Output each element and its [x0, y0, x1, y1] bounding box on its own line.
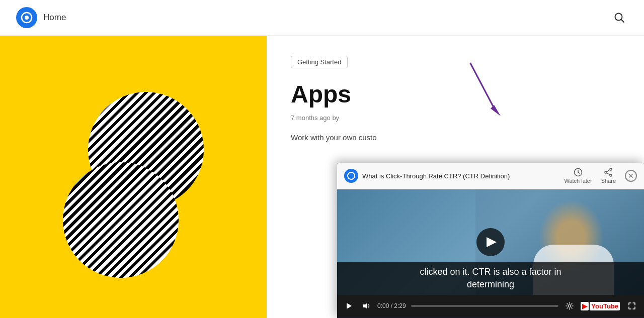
- watch-later-label: Watch later: [564, 178, 592, 184]
- video-header: What is Click-Through Rate CTR? (CTR Def…: [337, 163, 644, 189]
- svg-point-1: [25, 16, 29, 20]
- search-button[interactable]: [611, 9, 628, 26]
- video-controls: 0:00 / 2:29 ▶YouTube: [337, 295, 644, 317]
- share-button[interactable]: Share: [601, 168, 616, 184]
- svg-marker-5: [491, 105, 501, 116]
- fullscreen-button[interactable]: [626, 300, 638, 312]
- youtube-logo: ▶YouTube: [581, 302, 621, 310]
- play-icon: [487, 237, 497, 247]
- mute-button[interactable]: [360, 300, 372, 312]
- svg-line-4: [470, 63, 496, 111]
- play-pause-icon: [345, 302, 353, 310]
- circle-white: [63, 162, 179, 278]
- subtitle-text-line2: determining: [467, 279, 514, 289]
- svg-point-9: [605, 171, 607, 173]
- purple-arrow: [463, 61, 503, 121]
- video-thumbnail: clicked on it. CTR is also a factor in d…: [337, 189, 644, 295]
- home-nav-label[interactable]: Home: [43, 13, 66, 23]
- subtitle-bar: clicked on it. CTR is also a factor in d…: [337, 262, 644, 295]
- volume-icon: [362, 302, 370, 310]
- play-button[interactable]: [476, 228, 505, 256]
- article-description: Work with your own custo: [291, 132, 620, 144]
- youtube-icon: ▶: [581, 302, 589, 310]
- watch-later-icon: [574, 168, 583, 177]
- svg-line-3: [621, 20, 624, 23]
- article-meta: 7 months ago by: [291, 114, 620, 122]
- settings-icon: [566, 302, 574, 310]
- settings-button[interactable]: [564, 300, 576, 312]
- hero-image: [0, 36, 267, 318]
- watch-later-button[interactable]: Watch later: [564, 168, 592, 184]
- svg-point-8: [610, 174, 612, 176]
- app-logo: [16, 7, 37, 28]
- svg-line-10: [607, 170, 610, 172]
- play-pause-button[interactable]: [343, 300, 355, 312]
- svg-line-11: [607, 173, 610, 175]
- fullscreen-icon: [628, 302, 636, 310]
- article-tag: Getting Started: [291, 56, 348, 68]
- video-title: What is Click-Through Rate CTR? (CTR Def…: [362, 172, 510, 180]
- svg-marker-12: [347, 303, 352, 309]
- progress-bar[interactable]: [411, 305, 559, 307]
- time-display: 0:00 / 2:29: [377, 302, 406, 309]
- video-close-button[interactable]: ✕: [625, 170, 637, 182]
- share-label: Share: [601, 178, 616, 184]
- search-icon: [614, 12, 625, 23]
- share-icon: [604, 168, 613, 177]
- subtitle-text-line1: clicked on it. CTR is also a factor in: [420, 267, 561, 277]
- video-logo: [344, 169, 358, 183]
- svg-point-14: [569, 305, 571, 307]
- video-player: What is Click-Through Rate CTR? (CTR Def…: [337, 163, 644, 318]
- svg-marker-13: [363, 303, 367, 309]
- article-title: Apps: [291, 80, 620, 108]
- svg-point-7: [610, 168, 612, 170]
